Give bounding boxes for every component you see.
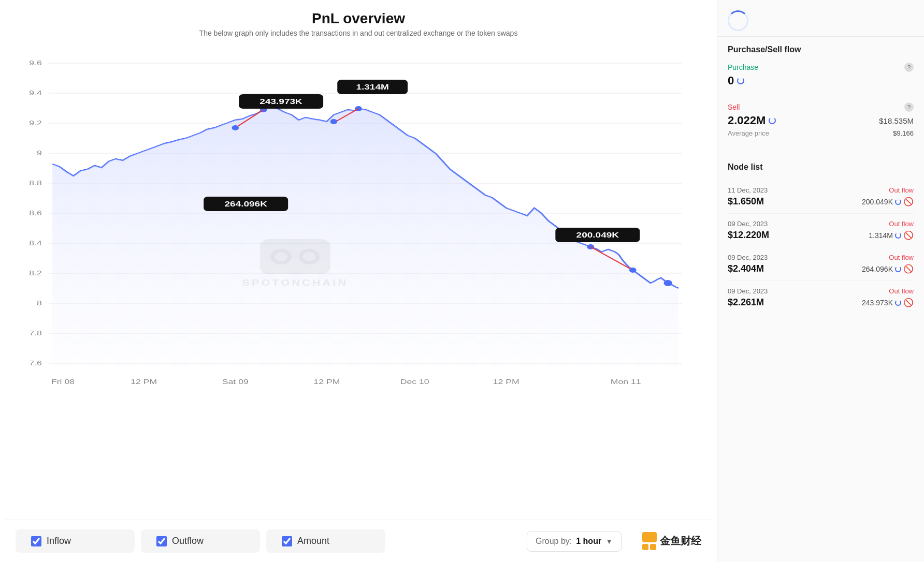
chart-point: [330, 119, 338, 124]
node-date: 09 Dec, 2023: [728, 287, 768, 295]
sell-block: Sell ? 2.022M $18.535M Average price $9.…: [728, 102, 914, 137]
node-header: 09 Dec, 2023 Out flow: [728, 220, 914, 228]
amount-checkbox[interactable]: [282, 536, 292, 546]
svg-text:1.314M: 1.314M: [356, 83, 388, 91]
sell-secondary-value: $18.535M: [879, 116, 914, 125]
node-amount: 243.973K 🚫: [862, 298, 914, 307]
chart-svg: 9.6 9.4 9.2 9 8.8 8.6 8.4 8.2 8 7.8 7.6 …: [21, 48, 696, 400]
node-flow-label: Out flow: [889, 254, 914, 261]
svg-text:8.2: 8.2: [29, 269, 42, 276]
sell-label-row: Sell ?: [728, 102, 914, 112]
node-header: 09 Dec, 2023 Out flow: [728, 287, 914, 295]
loading-spinner-icon: [728, 10, 748, 31]
inflow-checkbox-group: Inflow: [16, 529, 135, 553]
svg-text:Sat 09: Sat 09: [222, 378, 249, 385]
node-refresh-icon[interactable]: [895, 266, 901, 272]
amount-label[interactable]: Amount: [297, 536, 329, 546]
svg-text:7.8: 7.8: [29, 329, 42, 336]
node-amount: 264.096K 🚫: [862, 264, 914, 274]
node-usd-value: $1.650M: [728, 196, 764, 207]
node-flow-label: Out flow: [889, 186, 914, 194]
group-by-selector[interactable]: Group by: 1 hour ▼: [527, 531, 622, 552]
svg-text:7.6: 7.6: [29, 359, 42, 366]
node-flow-label: Out flow: [889, 287, 914, 295]
sell-help-icon[interactable]: ?: [904, 102, 914, 112]
purchase-label-row: Purchase ?: [728, 63, 914, 72]
svg-text:12 PM: 12 PM: [131, 378, 157, 385]
branding-area: 金鱼财经: [642, 532, 701, 550]
outflow-label[interactable]: Outflow: [172, 536, 204, 546]
divider: [728, 96, 914, 96]
svg-text:9.2: 9.2: [29, 119, 42, 126]
chart-area: 9.6 9.4 9.2 9 8.8 8.6 8.4 8.2 8 7.8 7.6 …: [21, 48, 696, 520]
node-date: 09 Dec, 2023: [728, 254, 768, 261]
hide-icon[interactable]: 🚫: [903, 230, 914, 240]
node-list-title: Node list: [728, 162, 914, 172]
svg-text:8: 8: [37, 299, 42, 306]
outflow-checkbox-group: Outflow: [141, 529, 260, 553]
page-title: PnL overview: [5, 10, 712, 27]
svg-text:9: 9: [37, 149, 42, 156]
right-panel-top: [717, 0, 924, 37]
svg-text:9.4: 9.4: [29, 89, 42, 96]
sell-refresh-icon[interactable]: [769, 117, 776, 124]
purchase-help-icon[interactable]: ?: [904, 63, 914, 72]
inflow-label[interactable]: Inflow: [47, 536, 71, 546]
svg-text:200.049K: 200.049K: [576, 231, 619, 239]
node-item: 09 Dec, 2023 Out flow $2.261M 243.973K 🚫: [728, 281, 914, 314]
sell-value-row: 2.022M $18.535M: [728, 114, 914, 127]
svg-text:12 PM: 12 PM: [493, 378, 519, 385]
node-item: 09 Dec, 2023 Out flow $2.404M 264.096K 🚫: [728, 247, 914, 281]
node-date: 09 Dec, 2023: [728, 220, 768, 228]
chart-footer: Inflow Outflow Amount Group by: 1 hour ▼: [5, 520, 712, 562]
svg-text:8.4: 8.4: [29, 239, 42, 246]
group-by-value: 1 hour: [576, 537, 601, 546]
node-usd-value: $2.404M: [728, 263, 764, 274]
node-item: 11 Dec, 2023 Out flow $1.650M 200.049K 🚫: [728, 180, 914, 214]
node-amount: 200.049K 🚫: [862, 197, 914, 206]
node-value-row: $2.404M 264.096K 🚫: [728, 263, 914, 274]
node-refresh-icon[interactable]: [895, 232, 901, 239]
amount-checkbox-group: Amount: [266, 529, 385, 553]
hide-icon[interactable]: 🚫: [903, 197, 914, 206]
node-header: 09 Dec, 2023 Out flow: [728, 254, 914, 261]
chart-point: [629, 268, 637, 273]
svg-text:8.6: 8.6: [29, 209, 42, 216]
svg-text:Fri 08: Fri 08: [51, 378, 75, 385]
left-panel: PnL overview The below graph only includ…: [0, 0, 717, 562]
purchase-value-row: 0: [728, 74, 914, 87]
svg-text:SPOTONCHAIN: SPOTONCHAIN: [242, 278, 348, 288]
avg-price-row: Average price $9.166: [728, 129, 914, 137]
svg-text:8.8: 8.8: [29, 179, 42, 186]
node-flow-label: Out flow: [889, 220, 914, 228]
node-header: 11 Dec, 2023 Out flow: [728, 186, 914, 194]
chart-current-point: [664, 280, 672, 286]
svg-text:Dec 10: Dec 10: [400, 378, 429, 385]
hide-icon[interactable]: 🚫: [903, 298, 914, 307]
hide-icon[interactable]: 🚫: [903, 264, 914, 274]
purchase-block: Purchase ? 0: [728, 63, 914, 87]
node-value-row: $12.220M 1.314M 🚫: [728, 230, 914, 241]
purchase-label: Purchase: [728, 63, 758, 71]
node-usd-value: $2.261M: [728, 297, 764, 308]
svg-text:243.973K: 243.973K: [259, 97, 302, 106]
purchase-sell-section: Purchase/Sell flow Purchase ? 0: [717, 37, 924, 154]
node-refresh-icon[interactable]: [895, 199, 901, 205]
node-item: 09 Dec, 2023 Out flow $12.220M 1.314M 🚫: [728, 214, 914, 247]
svg-text:264.096K: 264.096K: [224, 200, 267, 208]
node-refresh-icon[interactable]: [895, 300, 901, 306]
node-date: 11 Dec, 2023: [728, 186, 768, 194]
node-amount: 1.314M 🚫: [869, 230, 914, 240]
inflow-checkbox[interactable]: [31, 536, 41, 546]
right-panel: Purchase/Sell flow Purchase ? 0: [717, 0, 924, 562]
page-subtitle: The below graph only includes the transa…: [5, 29, 712, 37]
group-by-prefix: Group by:: [536, 537, 572, 546]
sell-main-value: 2.022M: [728, 114, 776, 127]
purchase-main-value: 0: [728, 74, 744, 87]
node-value-row: $2.261M 243.973K 🚫: [728, 297, 914, 308]
outflow-checkbox[interactable]: [156, 536, 167, 546]
purchase-refresh-icon[interactable]: [737, 77, 744, 84]
brand-logo-squares: [642, 532, 657, 550]
svg-text:9.6: 9.6: [29, 59, 42, 66]
brand-name: 金鱼财经: [660, 534, 701, 548]
